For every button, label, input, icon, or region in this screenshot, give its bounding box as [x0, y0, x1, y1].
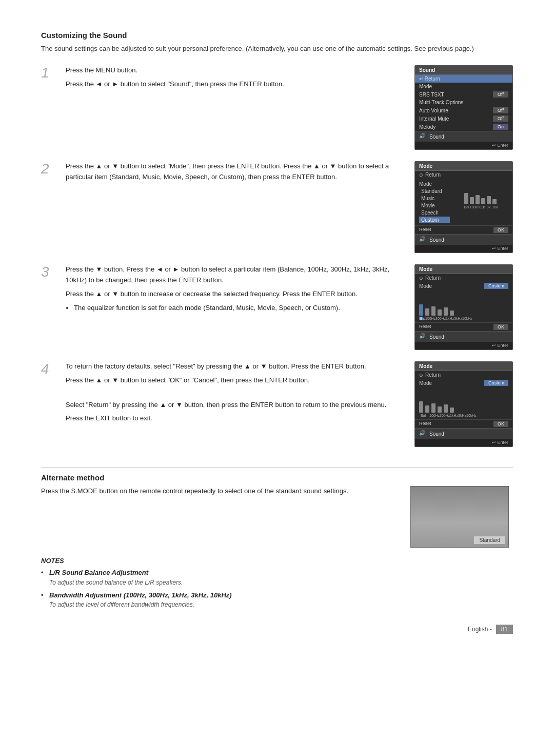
3khz-label-3: 3kHz	[454, 317, 460, 320]
step-3-number: 3	[41, 264, 66, 280]
step-3-bullet-1: The equalizer function is set for each m…	[74, 303, 400, 314]
eq-bars-4	[419, 389, 508, 414]
note-1-title: L/R Sound Balance Adjustment	[49, 569, 148, 576]
mode-value-4: Custom	[484, 380, 508, 386]
sound-menu-1: Sound ↩ Return Mode SRS TSXT Off Multi-T…	[414, 65, 513, 150]
note-1-body: To adjust the sound balance of the L/R s…	[49, 578, 513, 587]
ok-btn-2: OK	[493, 227, 508, 233]
mode-menu-2-return: ⊙ Return	[415, 171, 512, 179]
step-4-line-1: To return the factory defaults, select "…	[66, 361, 400, 372]
mode-menu-4-enter: ↩ Enter	[415, 439, 512, 447]
10khz-label-4: 10kHz	[466, 414, 474, 417]
step-4-row: 4 To return the factory defaults, select…	[41, 361, 513, 447]
notes-section: NOTES L/R Sound Balance Adjustment To ad…	[41, 557, 513, 612]
eq-area-3: Bal 100Hz 300Hz 1kHz 3kHz 10kHz	[415, 290, 512, 322]
return-circle-icon-4: ⊙	[419, 373, 423, 378]
mode-value-3: Custom	[484, 283, 508, 289]
mode-label-3: Mode	[419, 283, 432, 289]
option-custom: Custom	[419, 217, 450, 223]
mode-menu-4-footer: Reset OK	[415, 419, 512, 428]
section-title: Customizing the Sound	[41, 31, 513, 40]
notes-list: L/R Sound Balance Adjustment To adjust t…	[41, 568, 513, 609]
menu-1-enter-badge: ↩ Enter	[415, 142, 512, 149]
page-number: 81	[496, 625, 513, 634]
step-3-line-2: Press the ▲ or ▼ button to increase or d…	[66, 289, 400, 300]
mode-menu-4-sound-badge: 🔊 Sound	[415, 428, 512, 439]
mode-menu-4-return: ⊙ Return	[415, 371, 512, 379]
mode-menu-3-enter: ↩ Enter	[415, 342, 512, 350]
step-2-text: Press the ▲ or ▼ button to select "Mode"…	[66, 161, 410, 186]
menu-1-srs: SRS TSXT Off	[415, 90, 512, 99]
alt-screenshot: Standard	[410, 486, 513, 548]
eq-bar-10khz	[492, 180, 497, 204]
mode-list-2: Mode Standard Music Movie Speech Custom	[419, 181, 450, 223]
eq-bar-1khz	[481, 180, 485, 204]
step-2-line-1: Press the ▲ or ▼ button to select "Mode"…	[66, 161, 400, 183]
step-1-number: 1	[41, 65, 66, 81]
sound-icon-3: 🔊	[419, 333, 427, 340]
300hz-label-3: 300Hz	[436, 317, 444, 320]
mode-menu-4: Mode ⊙ Return Mode Custom	[414, 361, 513, 447]
page-content: Customizing the Sound The sound settings…	[41, 31, 513, 634]
ok-btn-3: OK	[493, 324, 508, 330]
section-intro: The sound settings can be adjusted to su…	[41, 44, 513, 54]
tv-screen-thumb: Standard	[410, 486, 509, 548]
3khz-label-4: 3kHz	[458, 414, 464, 417]
1khz-label-4: 1kHz	[450, 414, 456, 417]
eq-labels-3: Bal 100Hz 300Hz 1kHz 3kHz 10kHz	[419, 317, 508, 320]
eq-bar-3khz	[487, 180, 491, 204]
menu-1-return: ↩ Return	[415, 75, 512, 83]
eq-bar-balance-4	[419, 388, 423, 413]
mode-menu-2-sound-badge: 🔊 Sound	[415, 234, 512, 245]
notes-title: NOTES	[41, 557, 513, 565]
mode-label-2: Mode	[419, 181, 432, 187]
step-1-screenshot: Sound ↩ Return Mode SRS TSXT Off Multi-T…	[410, 65, 513, 150]
step-4-line-4: Press the EXIT button to exit.	[66, 413, 400, 424]
step-1-line-1: Press the MENU button.	[66, 65, 400, 76]
300hz-label-4: 300Hz	[440, 414, 448, 417]
section-divider	[41, 468, 513, 468]
mode-menu-3-footer: Reset OK	[415, 322, 512, 331]
step-1-text: Press the MENU button. Press the ◄ or ► …	[66, 65, 410, 93]
reset-btn-4: Reset	[419, 421, 431, 427]
note-1: L/R Sound Balance Adjustment To adjust t…	[41, 568, 513, 587]
step-3-screenshot: Mode ⊙ Return Mode Custom	[410, 264, 513, 350]
step-2-number: 2	[41, 161, 66, 177]
mode-row-3: Mode Custom	[415, 282, 512, 290]
step-4-line-2: Press the ▲ or ▼ button to select "OK" o…	[66, 375, 400, 386]
eq-bar-300hz	[476, 180, 480, 204]
option-movie: Movie	[419, 202, 450, 209]
mode-menu-2-footer: Reset OK	[415, 225, 512, 234]
eq-bar-balance-3	[419, 291, 423, 316]
step-3-row: 3 Press the ▼ button. Press the ◄ or ► b…	[41, 264, 513, 350]
eq-bar-3khz-3	[444, 291, 448, 316]
reset-btn-3: Reset	[419, 324, 431, 330]
eq-bar-100hz-3	[425, 291, 429, 316]
step-2-row: 2 Press the ▲ or ▼ button to select "Mod…	[41, 161, 513, 253]
page-lang: English -	[468, 626, 492, 633]
step-3-bullets: The equalizer function is set for each m…	[74, 303, 400, 314]
mode-menu-3-title: Mode	[415, 265, 512, 274]
eq-bar-3khz-4	[444, 388, 448, 413]
step-4-line-3: Select "Return" by pressing the ▲ or ▼ b…	[66, 400, 400, 411]
return-label: Return	[425, 172, 441, 178]
eq-bar-100hz-4	[425, 388, 429, 413]
mode-menu-2: Mode ⊙ Return Mode Standard Music Movie	[414, 161, 513, 253]
sound-icon-2: 🔊	[419, 236, 427, 243]
steps-area: 1 Press the MENU button. Press the ◄ or …	[41, 65, 513, 458]
step-1-line-2: Press the ◄ or ► button to select "Sound…	[66, 79, 400, 90]
eq-bar-10khz-3	[450, 291, 454, 316]
eq-bar-1khz-4	[438, 388, 442, 413]
option-standard: Standard	[419, 188, 450, 195]
step-4-screenshot: Mode ⊙ Return Mode Custom	[410, 361, 513, 447]
return-circle-icon-3: ⊙	[419, 276, 423, 281]
reset-btn-2: Reset	[419, 227, 431, 233]
eq-bar-300hz-4	[431, 388, 436, 413]
page-footer: English - 81	[41, 625, 513, 634]
step-4-text: To return the factory defaults, select "…	[66, 361, 410, 427]
eq-bar-1khz-3	[438, 291, 442, 316]
sound-speaker-icon: 🔊	[419, 133, 427, 140]
step-3-line-1: Press the ▼ button. Press the ◄ or ► but…	[66, 264, 400, 286]
sound-icon-4: 🔊	[419, 430, 427, 437]
menu-1-autovolume: Auto Volume Off	[415, 106, 512, 114]
